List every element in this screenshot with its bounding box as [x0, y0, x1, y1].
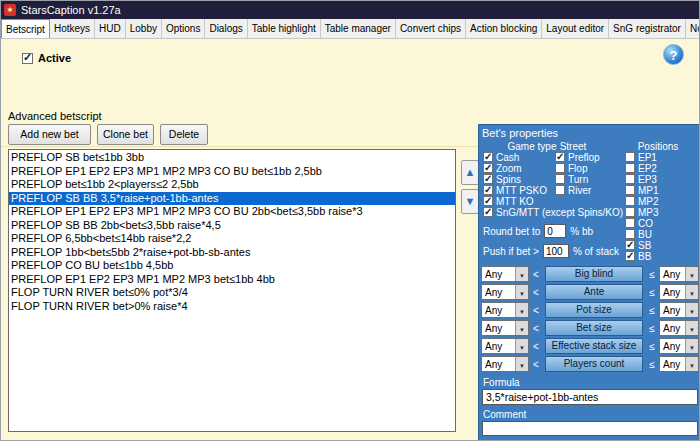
- dropdown-caret-icon[interactable]: [515, 285, 528, 299]
- dropdown-caret-icon[interactable]: [685, 303, 698, 317]
- dropdown-caret-icon[interactable]: [685, 285, 698, 299]
- tab[interactable]: Layout editor: [542, 19, 609, 38]
- betscript-list-item[interactable]: PREFLOP EP1 EP2 EP3 MP1 MP2 MP3 CO BU 2b…: [9, 205, 455, 219]
- betscript-list-item[interactable]: PREFLOP bet≤1bb 2<players≤2 2,5bb: [9, 178, 455, 192]
- checkbox[interactable]: [555, 174, 565, 184]
- checkbox[interactable]: [555, 185, 565, 195]
- game-type-option[interactable]: Zoom: [483, 163, 623, 173]
- filter-max-select[interactable]: Any: [659, 302, 699, 318]
- position-option[interactable]: BB: [625, 251, 659, 261]
- checkbox[interactable]: [555, 163, 565, 173]
- street-option[interactable]: Turn: [555, 174, 600, 184]
- game-type-option[interactable]: SnG/MTT (except Spins/KO): [483, 207, 623, 217]
- betscript-list-item[interactable]: PREFLOP EP1 EP2 EP3 MP1 MP2 MP3 bet≤1bb …: [9, 273, 455, 287]
- help-button[interactable]: ?: [663, 44, 684, 65]
- checkbox[interactable]: [625, 207, 635, 217]
- dropdown-caret-icon[interactable]: [685, 357, 698, 371]
- clone-bet-button[interactable]: Clone bet: [97, 124, 154, 145]
- checkbox[interactable]: [483, 196, 493, 206]
- betscript-list-item[interactable]: PREFLOP SB bet≤1bb 3bb: [9, 151, 455, 165]
- delete-bet-button[interactable]: Delete: [160, 124, 208, 145]
- checkbox[interactable]: [483, 152, 493, 162]
- checkbox[interactable]: [555, 152, 565, 162]
- game-type-option[interactable]: Spins: [483, 174, 623, 184]
- position-option[interactable]: SB: [625, 240, 659, 250]
- street-option[interactable]: Flop: [555, 163, 600, 173]
- filter-min-select[interactable]: Any: [481, 266, 529, 282]
- tab[interactable]: SnG registrator: [609, 19, 686, 38]
- dropdown-caret-icon[interactable]: [685, 321, 698, 335]
- tab[interactable]: Table highlight: [248, 19, 321, 38]
- checkbox[interactable]: [625, 229, 635, 239]
- filter-max-select[interactable]: Any: [659, 356, 699, 372]
- checkbox[interactable]: [483, 207, 493, 217]
- betscript-list-item[interactable]: PREFLOP SB BB 3,5*raise+pot-1bb-antes: [9, 192, 455, 206]
- tab[interactable]: Hotkeys: [50, 19, 95, 38]
- move-up-button[interactable]: ▲: [461, 160, 479, 185]
- dropdown-caret-icon[interactable]: [515, 267, 528, 281]
- betscript-list-item[interactable]: PREFLOP CO BU bet≤1bb 4,5bb: [9, 259, 455, 273]
- game-type-option[interactable]: Cash: [483, 152, 623, 162]
- tab[interactable]: Betscript: [1, 19, 50, 38]
- dropdown-caret-icon[interactable]: [515, 339, 528, 353]
- tab[interactable]: Convert chips: [396, 19, 466, 38]
- betscript-list-item[interactable]: PREFLOP SB BB 2bb<bet≤3,5bb raise*4,5: [9, 219, 455, 233]
- street-option[interactable]: Preflop: [555, 152, 600, 162]
- comment-input[interactable]: [482, 421, 698, 436]
- active-checkbox[interactable]: [22, 53, 33, 64]
- filter-max-select[interactable]: Any: [659, 266, 699, 282]
- filter-max-select[interactable]: Any: [659, 338, 699, 354]
- betscript-list[interactable]: PREFLOP SB bet≤1bb 3bb PREFLOP EP1 EP2 E…: [8, 149, 456, 432]
- round-bet-input[interactable]: [544, 224, 566, 238]
- betscript-list-item[interactable]: PREFLOP 6,5bb<bet≤14bb raise*2,2: [9, 232, 455, 246]
- filter-max-select[interactable]: Any: [659, 284, 699, 300]
- formula-input[interactable]: [482, 389, 698, 405]
- checkbox[interactable]: [483, 163, 493, 173]
- betscript-list-item[interactable]: FLOP TURN RIVER bet≤0% pot*3/4: [9, 286, 455, 300]
- game-type-option[interactable]: MTT KO: [483, 196, 623, 206]
- betscript-list-item[interactable]: PREFLOP EP1 EP2 EP3 MP1 MP2 MP3 CO BU be…: [9, 165, 455, 179]
- checkbox[interactable]: [625, 218, 635, 228]
- filter-min-select[interactable]: Any: [481, 320, 529, 336]
- checkbox[interactable]: [483, 185, 493, 195]
- tab[interactable]: HUD: [95, 19, 126, 38]
- game-type-option[interactable]: MTT PSKO: [483, 185, 623, 195]
- filter-min-select[interactable]: Any: [481, 356, 529, 372]
- filter-min-select[interactable]: Any: [481, 284, 529, 300]
- position-option[interactable]: MP1: [625, 185, 659, 195]
- tab[interactable]: Dialogs: [205, 19, 247, 38]
- tab[interactable]: Options: [162, 19, 205, 38]
- position-option[interactable]: EP3: [625, 174, 659, 184]
- checkbox[interactable]: [483, 174, 493, 184]
- dropdown-caret-icon[interactable]: [515, 357, 528, 371]
- checkbox[interactable]: [625, 251, 635, 261]
- dropdown-caret-icon[interactable]: [685, 267, 698, 281]
- tab[interactable]: Notes: [686, 19, 700, 38]
- filter-max-select[interactable]: Any: [659, 320, 699, 336]
- betscript-list-item[interactable]: FLOP TURN RIVER bet>0% raise*4: [9, 300, 455, 314]
- active-checkbox-row[interactable]: Active: [22, 52, 71, 64]
- checkbox[interactable]: [625, 185, 635, 195]
- position-option[interactable]: BU: [625, 229, 659, 239]
- position-option[interactable]: MP3: [625, 207, 659, 217]
- filter-min-select[interactable]: Any: [481, 338, 529, 354]
- tab[interactable]: Table manager: [321, 19, 396, 38]
- checkbox[interactable]: [625, 240, 635, 250]
- checkbox[interactable]: [625, 163, 635, 173]
- tab[interactable]: Lobby: [126, 19, 162, 38]
- move-down-button[interactable]: ▼: [461, 189, 479, 214]
- position-option[interactable]: EP1: [625, 152, 659, 162]
- position-option[interactable]: CO: [625, 218, 659, 228]
- push-threshold-input[interactable]: [543, 244, 569, 258]
- filter-min-select[interactable]: Any: [481, 302, 529, 318]
- checkbox[interactable]: [625, 152, 635, 162]
- checkbox[interactable]: [625, 196, 635, 206]
- betscript-list-item[interactable]: PREFLOP 1bb<bet≤5bb 2*raise+pot-bb-sb-an…: [9, 246, 455, 260]
- checkbox[interactable]: [625, 174, 635, 184]
- position-option[interactable]: MP2: [625, 196, 659, 206]
- dropdown-caret-icon[interactable]: [515, 303, 528, 317]
- street-option[interactable]: River: [555, 185, 600, 195]
- position-option[interactable]: EP2: [625, 163, 659, 173]
- tab[interactable]: Action blocking: [466, 19, 542, 38]
- dropdown-caret-icon[interactable]: [685, 339, 698, 353]
